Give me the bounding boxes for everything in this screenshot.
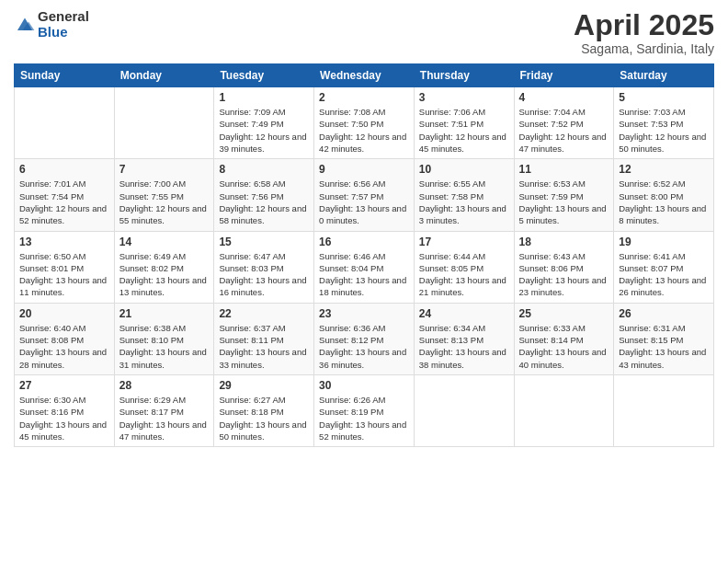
day-cell: 15Sunrise: 6:47 AMSunset: 8:03 PMDayligh… <box>214 231 314 303</box>
logo-text: General Blue <box>38 9 89 40</box>
day-number: 26 <box>619 307 709 320</box>
day-cell: 27Sunrise: 6:30 AMSunset: 8:16 PMDayligh… <box>15 374 115 446</box>
day-info: Sunrise: 6:38 AMSunset: 8:10 PMDaylight:… <box>119 322 210 371</box>
day-number: 29 <box>219 379 309 392</box>
day-cell: 26Sunrise: 6:31 AMSunset: 8:15 PMDayligh… <box>614 303 714 374</box>
day-number: 7 <box>119 163 210 176</box>
day-cell: 14Sunrise: 6:49 AMSunset: 8:02 PMDayligh… <box>114 231 214 303</box>
day-cell: 16Sunrise: 6:46 AMSunset: 8:04 PMDayligh… <box>314 231 415 303</box>
day-cell: 23Sunrise: 6:36 AMSunset: 8:12 PMDayligh… <box>314 303 415 374</box>
day-cell: 24Sunrise: 6:34 AMSunset: 8:13 PMDayligh… <box>414 303 514 374</box>
day-cell: 6Sunrise: 7:01 AMSunset: 7:54 PMDaylight… <box>15 159 115 231</box>
day-number: 25 <box>519 307 609 320</box>
day-number: 21 <box>119 307 210 320</box>
day-cell: 5Sunrise: 7:03 AMSunset: 7:53 PMDaylight… <box>614 87 714 159</box>
day-number: 23 <box>319 307 409 320</box>
calendar-title: April 2025 <box>574 9 714 41</box>
day-info: Sunrise: 7:01 AMSunset: 7:54 PMDaylight:… <box>19 178 109 226</box>
day-number: 15 <box>219 236 309 248</box>
day-cell: 7Sunrise: 7:00 AMSunset: 7:55 PMDaylight… <box>114 159 214 231</box>
day-info: Sunrise: 6:29 AMSunset: 8:17 PMDaylight:… <box>119 394 210 442</box>
day-info: Sunrise: 6:46 AMSunset: 8:04 PMDaylight:… <box>319 250 409 299</box>
day-cell: 17Sunrise: 6:44 AMSunset: 8:05 PMDayligh… <box>414 231 514 303</box>
day-cell: 20Sunrise: 6:40 AMSunset: 8:08 PMDayligh… <box>15 303 115 374</box>
header-cell-sunday: Sunday <box>15 64 115 87</box>
day-cell <box>15 87 115 159</box>
day-info: Sunrise: 7:00 AMSunset: 7:55 PMDaylight:… <box>119 178 210 226</box>
day-cell: 19Sunrise: 6:41 AMSunset: 8:07 PMDayligh… <box>614 231 714 303</box>
day-cell: 8Sunrise: 6:58 AMSunset: 7:56 PMDaylight… <box>214 159 314 231</box>
header-cell-friday: Friday <box>514 64 614 87</box>
header-cell-monday: Monday <box>114 64 214 87</box>
day-cell <box>114 87 214 159</box>
day-number: 8 <box>219 163 309 176</box>
day-info: Sunrise: 6:53 AMSunset: 7:59 PMDaylight:… <box>519 178 609 226</box>
day-number: 5 <box>619 91 709 104</box>
day-info: Sunrise: 6:58 AMSunset: 7:56 PMDaylight:… <box>219 178 309 226</box>
day-info: Sunrise: 7:08 AMSunset: 7:50 PMDaylight:… <box>319 106 409 155</box>
calendar-subtitle: Sagama, Sardinia, Italy <box>574 41 714 56</box>
week-row-3: 13Sunrise: 6:50 AMSunset: 8:01 PMDayligh… <box>15 231 714 303</box>
page: General Blue April 2025 Sagama, Sardinia… <box>0 0 728 563</box>
day-number: 12 <box>619 163 709 176</box>
day-info: Sunrise: 7:06 AMSunset: 7:51 PMDaylight:… <box>419 106 509 155</box>
day-info: Sunrise: 6:41 AMSunset: 8:07 PMDaylight:… <box>619 250 709 299</box>
day-number: 6 <box>19 163 109 176</box>
header-cell-tuesday: Tuesday <box>214 64 314 87</box>
day-cell: 12Sunrise: 6:52 AMSunset: 8:00 PMDayligh… <box>614 159 714 231</box>
calendar-body: 1Sunrise: 7:09 AMSunset: 7:49 PMDaylight… <box>15 87 714 447</box>
day-cell: 28Sunrise: 6:29 AMSunset: 8:17 PMDayligh… <box>114 374 214 446</box>
logo-general: General <box>38 9 89 25</box>
day-info: Sunrise: 6:26 AMSunset: 8:19 PMDaylight:… <box>319 394 409 442</box>
day-number: 20 <box>19 307 109 320</box>
day-number: 11 <box>519 163 609 176</box>
header-cell-thursday: Thursday <box>414 64 514 87</box>
day-number: 13 <box>19 236 109 248</box>
title-block: April 2025 Sagama, Sardinia, Italy <box>574 9 714 56</box>
day-cell: 3Sunrise: 7:06 AMSunset: 7:51 PMDaylight… <box>414 87 514 159</box>
day-cell: 2Sunrise: 7:08 AMSunset: 7:50 PMDaylight… <box>314 87 415 159</box>
day-cell: 25Sunrise: 6:33 AMSunset: 8:14 PMDayligh… <box>514 303 614 374</box>
week-row-1: 1Sunrise: 7:09 AMSunset: 7:49 PMDaylight… <box>15 87 714 159</box>
day-info: Sunrise: 6:31 AMSunset: 8:15 PMDaylight:… <box>619 322 709 371</box>
day-cell: 29Sunrise: 6:27 AMSunset: 8:18 PMDayligh… <box>214 374 314 446</box>
header: General Blue April 2025 Sagama, Sardinia… <box>14 9 714 56</box>
day-number: 30 <box>319 379 409 392</box>
day-info: Sunrise: 6:30 AMSunset: 8:16 PMDaylight:… <box>19 394 109 442</box>
day-number: 17 <box>419 236 509 248</box>
day-number: 3 <box>419 91 509 104</box>
day-number: 2 <box>319 91 409 104</box>
day-cell <box>514 374 614 446</box>
day-info: Sunrise: 6:56 AMSunset: 7:57 PMDaylight:… <box>319 178 409 226</box>
day-number: 14 <box>119 236 210 248</box>
day-cell: 1Sunrise: 7:09 AMSunset: 7:49 PMDaylight… <box>214 87 314 159</box>
day-cell: 18Sunrise: 6:43 AMSunset: 8:06 PMDayligh… <box>514 231 614 303</box>
day-cell: 4Sunrise: 7:04 AMSunset: 7:52 PMDaylight… <box>514 87 614 159</box>
day-info: Sunrise: 7:09 AMSunset: 7:49 PMDaylight:… <box>219 106 309 155</box>
day-info: Sunrise: 6:49 AMSunset: 8:02 PMDaylight:… <box>119 250 210 299</box>
day-cell: 13Sunrise: 6:50 AMSunset: 8:01 PMDayligh… <box>15 231 115 303</box>
day-number: 18 <box>519 236 609 248</box>
day-info: Sunrise: 6:40 AMSunset: 8:08 PMDaylight:… <box>19 322 109 371</box>
calendar-header: SundayMondayTuesdayWednesdayThursdayFrid… <box>15 64 714 87</box>
day-info: Sunrise: 6:52 AMSunset: 8:00 PMDaylight:… <box>619 178 709 226</box>
week-row-2: 6Sunrise: 7:01 AMSunset: 7:54 PMDaylight… <box>15 159 714 231</box>
header-cell-wednesday: Wednesday <box>314 64 415 87</box>
day-cell <box>414 374 514 446</box>
day-info: Sunrise: 6:33 AMSunset: 8:14 PMDaylight:… <box>519 322 609 371</box>
calendar-table: SundayMondayTuesdayWednesdayThursdayFrid… <box>14 63 714 447</box>
day-info: Sunrise: 6:43 AMSunset: 8:06 PMDaylight:… <box>519 250 609 299</box>
day-info: Sunrise: 6:47 AMSunset: 8:03 PMDaylight:… <box>219 250 309 299</box>
header-cell-saturday: Saturday <box>614 64 714 87</box>
week-row-5: 27Sunrise: 6:30 AMSunset: 8:16 PMDayligh… <box>15 374 714 446</box>
day-number: 16 <box>319 236 409 248</box>
day-cell: 9Sunrise: 6:56 AMSunset: 7:57 PMDaylight… <box>314 159 415 231</box>
day-info: Sunrise: 6:36 AMSunset: 8:12 PMDaylight:… <box>319 322 409 371</box>
day-cell: 22Sunrise: 6:37 AMSunset: 8:11 PMDayligh… <box>214 303 314 374</box>
day-cell: 11Sunrise: 6:53 AMSunset: 7:59 PMDayligh… <box>514 159 614 231</box>
day-info: Sunrise: 6:37 AMSunset: 8:11 PMDaylight:… <box>219 322 309 371</box>
day-cell: 30Sunrise: 6:26 AMSunset: 8:19 PMDayligh… <box>314 374 415 446</box>
day-cell: 21Sunrise: 6:38 AMSunset: 8:10 PMDayligh… <box>114 303 214 374</box>
day-number: 28 <box>119 379 210 392</box>
day-info: Sunrise: 6:34 AMSunset: 8:13 PMDaylight:… <box>419 322 509 371</box>
